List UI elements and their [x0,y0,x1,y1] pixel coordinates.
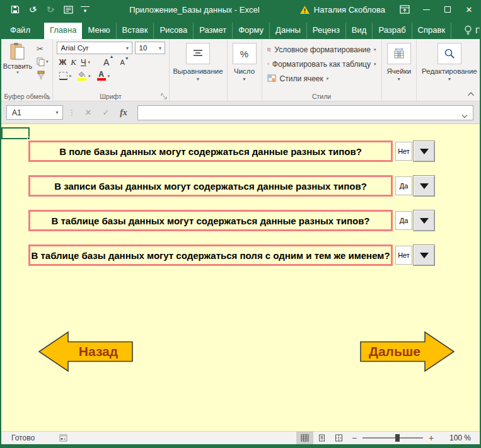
tab-view[interactable]: Вид [346,23,373,39]
tab-review[interactable]: Реценз [307,23,346,39]
borders-button[interactable]: ▾ [59,72,72,80]
page-break-view-button[interactable] [330,432,347,445]
tab-formulas[interactable]: Форму [233,23,270,39]
tab-insert[interactable]: Вставк [117,23,154,39]
tab-home[interactable]: Главна [44,23,82,39]
font-color-dropdown-icon[interactable]: ▾ [108,74,110,79]
conditional-formatting-dropdown-icon[interactable]: ▾ [374,47,376,52]
user-account[interactable]: Наталия Скоблова [299,5,385,14]
tab-file[interactable]: Файл [1,23,39,39]
normal-view-button[interactable] [296,432,313,445]
zoom-out-button[interactable]: − [347,433,361,443]
tab-help[interactable]: Справк [412,23,451,39]
fill-handle[interactable] [27,137,30,140]
paste-dropdown-icon[interactable]: ▾ [16,70,19,75]
scissors-icon: ✂ [37,44,43,54]
format-as-table-dropdown-icon[interactable]: ▾ [374,62,376,67]
zoom-level[interactable]: 100 % [438,434,471,442]
tab-menu[interactable]: Меню [82,23,116,39]
tab-data[interactable]: Данны [270,23,307,39]
cells-dropdown-icon[interactable]: ▼ [397,77,401,81]
format-as-table-button[interactable]: Форматировать как таблицу ▾ [267,57,376,71]
bold-button[interactable]: Ж [59,57,67,67]
normal-view-icon [301,434,309,442]
name-box[interactable]: A1▼ [6,105,63,120]
answer-cell[interactable]: Нет [395,142,412,161]
font-size-dropdown-icon[interactable]: ▼ [156,46,163,50]
font-name-combo[interactable]: Arial Cyr▼ [57,42,132,54]
page-layout-view-button[interactable] [313,432,330,445]
redo-button[interactable]: ↻▾ [43,3,58,16]
increase-font-button[interactable]: А▲ [103,57,109,67]
paste-label: Вставить [3,62,33,70]
number-dropdown-icon[interactable]: ▼ [242,77,246,81]
copy-dropdown-icon[interactable]: ▾ [46,59,49,64]
undo-dropdown-icon[interactable]: ▾ [34,7,37,13]
decrease-font-button[interactable]: А▼ [120,59,124,66]
font-color-button[interactable]: А ▾ [97,71,110,81]
macro-record-button[interactable] [59,434,68,442]
answer-dropdown-button[interactable] [413,141,435,162]
back-arrow-button[interactable]: Назад [38,331,134,372]
next-arrow-button[interactable]: Дальше [359,331,455,372]
zoom-in-button[interactable]: + [424,433,438,443]
name-box-dropdown-icon[interactable]: ▼ [55,110,62,115]
worksheet[interactable]: В поле базы данных могут содержаться дан… [1,124,480,431]
touch-mode-button[interactable] [61,3,76,16]
font-size-combo[interactable]: 10▼ [135,42,165,54]
answer-cell[interactable]: Да [395,176,412,195]
answer-dropdown-button[interactable] [413,244,435,266]
alignment-dropdown-icon[interactable]: ▼ [196,77,200,81]
format-painter-button[interactable] [37,70,49,80]
answer-dropdown-button[interactable] [413,175,435,197]
selected-cell-a1[interactable] [1,127,30,139]
fill-color-button[interactable]: ▾ [78,71,91,81]
tell-me-button[interactable]: Помощн [458,23,481,39]
underline-dropdown-icon[interactable]: ▾ [88,60,91,65]
chevron-up-icon [467,91,475,96]
editing-dropdown-icon[interactable]: ▼ [447,77,451,81]
cancel-x-icon: ✕ [85,108,92,117]
conditional-formatting-button[interactable]: ≠ Условное форматирование ▾ [267,43,376,56]
close-button[interactable]: ✕ [458,0,480,19]
cell-styles-dropdown-icon[interactable]: ▾ [327,76,329,81]
alignment-group-button[interactable]: Выравнивание ▼ [170,39,228,101]
formula-input[interactable] [137,105,473,120]
cut-button[interactable]: ✂ [37,43,49,54]
collapse-ribbon-button[interactable] [467,89,475,98]
tab-developer[interactable]: Разраб [373,23,412,39]
answer-dropdown-button[interactable] [413,210,435,231]
zoom-slider-thumb[interactable] [395,434,400,442]
tab-draw[interactable]: Рисова [154,23,194,39]
borders-icon [59,72,67,80]
cell-styles-button[interactable]: Стили ячеек ▾ [267,72,376,85]
save-button[interactable] [8,3,23,16]
cancel-entry-button[interactable]: ✕ [81,108,96,117]
copy-button[interactable]: ▾ [37,57,49,67]
clipboard-dialog-launcher[interactable] [44,93,50,100]
ribbon-display-options-button[interactable] [394,0,415,19]
insert-function-button[interactable]: fx [116,108,131,118]
undo-button[interactable]: ↺▾ [25,3,40,16]
maximize-button[interactable] [437,0,458,19]
tab-page-layout[interactable]: Размет [194,23,233,39]
question-text-box: В таблице базы данных могут содержаться … [28,244,393,266]
font-dialog-launcher[interactable] [161,93,167,100]
expand-formula-bar-button[interactable] [461,111,468,120]
chevron-down-icon: ▾ [84,8,87,14]
cells-group-button[interactable]: Ячейки ▼ [382,39,417,101]
minimize-button[interactable] [415,0,437,19]
italic-button[interactable]: К [71,57,76,67]
fill-color-dropdown-icon[interactable]: ▾ [88,74,91,79]
confirm-entry-button[interactable]: ✓ [98,108,113,117]
paste-button[interactable]: Вставить ▾ [3,41,33,91]
answer-cell[interactable]: Да [395,211,412,230]
zoom-slider[interactable] [362,437,423,439]
status-ready-label: Готово [11,434,35,442]
number-group-button[interactable]: % Число ▼ [228,39,262,101]
borders-dropdown-icon[interactable]: ▾ [69,74,72,79]
qat-customize-button[interactable]: ▾ [81,6,90,13]
answer-cell[interactable]: Нет [395,246,412,265]
underline-button[interactable]: Ч [81,57,86,67]
font-name-dropdown-icon[interactable]: ▼ [123,46,130,50]
